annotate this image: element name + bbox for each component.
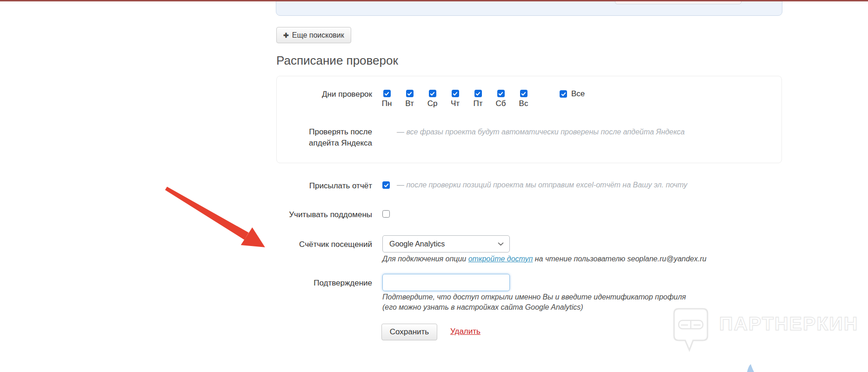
confirmation-hint-line1: Подтвердите, что доступ открыли именно В…	[382, 292, 686, 302]
after-update-hint: — все фразы проекта будут автоматически …	[397, 128, 685, 136]
check-icon	[430, 91, 435, 96]
add-search-engine-button[interactable]: ✚ Еще поисковик	[276, 27, 351, 43]
watermark: ПАРТНЕРКИН	[670, 305, 858, 353]
day-label: Пт	[473, 99, 482, 108]
check-icon	[475, 91, 481, 96]
day-checkbox-thu[interactable]	[452, 90, 459, 97]
subdomains-checkbox[interactable]	[382, 210, 390, 218]
confirmation-hint-line2: (его можно узнать в настройках сайта Goo…	[382, 302, 686, 312]
check-icon	[453, 91, 458, 96]
watermark-brand-text: ПАРТНЕРКИН	[719, 313, 858, 335]
day-label: Чт	[451, 99, 460, 108]
open-access-link[interactable]: откройте доступ	[468, 255, 533, 263]
blue-wisp-decoration	[747, 364, 754, 372]
day-checkbox-wed[interactable]	[429, 90, 436, 97]
day-cell: Сб	[489, 90, 512, 108]
confirmation-input[interactable]	[382, 274, 510, 291]
day-cell: Пн	[375, 90, 398, 108]
all-days-group: Все	[560, 89, 585, 99]
day-cell: Вт	[398, 90, 421, 108]
day-checkbox-tue[interactable]	[406, 90, 414, 97]
day-label: Ср	[427, 99, 438, 108]
day-label: Сб	[495, 99, 506, 108]
visit-counter-label: Счётчик посещений	[223, 239, 372, 250]
days-label: Дни проверок	[223, 89, 372, 100]
day-label: Вс	[519, 99, 528, 108]
visit-counter-hint: Для подключения опции откройте доступ на…	[382, 254, 707, 264]
day-checkbox-fri[interactable]	[474, 90, 482, 97]
subdomains-label: Учитывать поддомены	[223, 209, 372, 220]
check-icon	[384, 91, 389, 96]
page-title: Расписание проверок	[276, 53, 398, 68]
send-report-hint: — после проверки позиций проекта мы отпр…	[397, 181, 687, 189]
check-icon	[561, 92, 566, 97]
visit-counter-selected-value: Google Analytics	[389, 240, 498, 248]
day-label: Пн	[382, 99, 392, 108]
check-icon	[384, 183, 389, 188]
after-update-label: Проверять после апдейта Яндекса	[302, 126, 372, 149]
chevron-down-icon	[498, 242, 504, 246]
visit-counter-select[interactable]: Google Analytics	[382, 235, 510, 252]
day-checkbox-mon[interactable]	[383, 90, 391, 97]
check-icon	[498, 91, 503, 96]
send-report-label: Присылать отчёт	[223, 180, 372, 192]
day-label: Вт	[405, 99, 414, 108]
save-button[interactable]: Сохранить	[381, 324, 437, 340]
delete-link[interactable]: Удалить	[450, 327, 481, 336]
day-cell: Вс	[512, 90, 535, 108]
confirmation-label: Подтверждение	[223, 278, 372, 289]
day-cell: Пт	[467, 90, 489, 108]
send-report-checkbox[interactable]	[382, 181, 390, 189]
hint-text: Для подключения опции	[382, 255, 468, 263]
plus-icon: ✚	[283, 32, 289, 39]
check-icon	[407, 91, 412, 96]
day-checkbox-sat[interactable]	[497, 90, 505, 97]
all-days-checkbox[interactable]	[560, 90, 567, 98]
check-icon	[521, 91, 526, 96]
top-accent-line	[0, 0, 868, 1]
add-search-engine-label: Еще поисковик	[292, 31, 344, 40]
hint-text: на чтение пользователю seoplane.ru@yande…	[533, 255, 706, 263]
days-checkbox-row: Пн Вт Ср Чт Пт Сб Вс	[375, 90, 535, 108]
day-cell: Чт	[444, 90, 467, 108]
day-checkbox-sun[interactable]	[520, 90, 527, 97]
confirmation-hint: Подтвердите, что доступ открыли именно В…	[382, 292, 686, 312]
all-days-label: Все	[571, 89, 585, 99]
day-cell: Ср	[421, 90, 444, 108]
